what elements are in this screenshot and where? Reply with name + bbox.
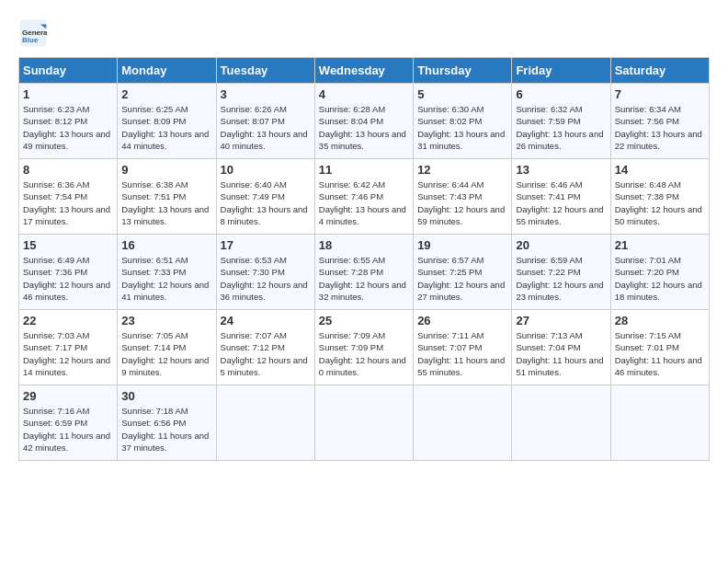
day-number: 2 (121, 87, 211, 101)
calendar-cell: 5Sunrise: 6:30 AMSunset: 8:02 PMDaylight… (414, 84, 512, 159)
calendar-cell: 7Sunrise: 6:34 AMSunset: 7:56 PMDaylight… (610, 84, 709, 159)
calendar-cell: 8Sunrise: 6:36 AMSunset: 7:54 PMDaylight… (19, 159, 118, 235)
calendar-cell: 6Sunrise: 6:32 AMSunset: 7:59 PMDaylight… (512, 84, 610, 159)
day-number: 12 (417, 163, 507, 177)
cell-content: Sunrise: 7:16 AMSunset: 6:59 PMDaylight:… (23, 405, 113, 454)
calendar-cell: 17Sunrise: 6:53 AMSunset: 7:30 PMDayligh… (216, 235, 314, 310)
calendar-cell: 15Sunrise: 6:49 AMSunset: 7:36 PMDayligh… (19, 235, 118, 310)
col-header-monday: Monday (118, 58, 216, 84)
day-number: 1 (23, 87, 113, 101)
day-number: 6 (516, 87, 606, 101)
svg-text:Blue: Blue (22, 36, 39, 44)
calendar-cell: 4Sunrise: 6:28 AMSunset: 8:04 PMDaylight… (314, 84, 413, 159)
cell-content: Sunrise: 6:34 AMSunset: 7:56 PMDaylight:… (615, 103, 705, 152)
cell-content: Sunrise: 6:30 AMSunset: 8:02 PMDaylight:… (417, 103, 507, 152)
calendar-cell (314, 385, 413, 461)
day-number: 14 (615, 163, 705, 177)
cell-content: Sunrise: 6:40 AMSunset: 7:49 PMDaylight:… (221, 178, 311, 227)
col-header-friday: Friday (512, 58, 610, 84)
calendar-cell: 30Sunrise: 7:18 AMSunset: 6:56 PMDayligh… (118, 385, 216, 461)
day-number: 21 (615, 238, 705, 252)
cell-content: Sunrise: 7:01 AMSunset: 7:20 PMDaylight:… (615, 254, 705, 303)
calendar-cell: 21Sunrise: 7:01 AMSunset: 7:20 PMDayligh… (610, 235, 709, 310)
calendar-cell: 13Sunrise: 6:46 AMSunset: 7:41 PMDayligh… (512, 159, 610, 235)
cell-content: Sunrise: 7:15 AMSunset: 7:01 PMDaylight:… (615, 329, 705, 378)
calendar-cell (216, 385, 314, 461)
day-number: 18 (319, 238, 409, 252)
day-number: 11 (319, 163, 409, 177)
day-number: 13 (516, 163, 606, 177)
day-number: 23 (121, 314, 211, 327)
col-header-tuesday: Tuesday (216, 58, 314, 84)
cell-content: Sunrise: 7:18 AMSunset: 6:56 PMDaylight:… (121, 405, 211, 454)
day-number: 5 (417, 87, 507, 101)
calendar-cell: 27Sunrise: 7:13 AMSunset: 7:04 PMDayligh… (512, 310, 610, 385)
day-number: 20 (516, 238, 606, 252)
calendar-cell: 20Sunrise: 6:59 AMSunset: 7:22 PMDayligh… (512, 235, 610, 310)
day-number: 17 (221, 238, 311, 252)
logo: General Blue (18, 18, 51, 48)
cell-content: Sunrise: 7:03 AMSunset: 7:17 PMDaylight:… (23, 329, 113, 378)
day-number: 24 (221, 314, 311, 327)
day-number: 26 (417, 314, 507, 327)
day-number: 19 (417, 238, 507, 252)
calendar-cell (512, 385, 610, 461)
day-number: 22 (23, 314, 113, 327)
calendar-cell: 3Sunrise: 6:26 AMSunset: 8:07 PMDaylight… (216, 84, 314, 159)
calendar-cell (414, 385, 512, 461)
day-number: 9 (121, 163, 211, 177)
day-number: 10 (221, 163, 311, 177)
calendar-cell: 2Sunrise: 6:25 AMSunset: 8:09 PMDaylight… (118, 84, 216, 159)
calendar-cell: 12Sunrise: 6:44 AMSunset: 7:43 PMDayligh… (414, 159, 512, 235)
day-number: 7 (615, 87, 705, 101)
cell-content: Sunrise: 6:48 AMSunset: 7:38 PMDaylight:… (615, 178, 705, 227)
calendar-cell: 10Sunrise: 6:40 AMSunset: 7:49 PMDayligh… (216, 159, 314, 235)
svg-text:General: General (22, 29, 48, 37)
col-header-thursday: Thursday (414, 58, 512, 84)
day-number: 15 (23, 238, 113, 252)
cell-content: Sunrise: 6:25 AMSunset: 8:09 PMDaylight:… (121, 103, 211, 152)
cell-content: Sunrise: 6:46 AMSunset: 7:41 PMDaylight:… (516, 178, 606, 227)
calendar-cell: 28Sunrise: 7:15 AMSunset: 7:01 PMDayligh… (610, 310, 709, 385)
cell-content: Sunrise: 7:11 AMSunset: 7:07 PMDaylight:… (417, 329, 507, 378)
calendar-cell: 29Sunrise: 7:16 AMSunset: 6:59 PMDayligh… (19, 385, 118, 461)
day-number: 4 (319, 87, 409, 101)
cell-content: Sunrise: 7:05 AMSunset: 7:14 PMDaylight:… (121, 329, 211, 378)
calendar-cell: 24Sunrise: 7:07 AMSunset: 7:12 PMDayligh… (216, 310, 314, 385)
cell-content: Sunrise: 6:32 AMSunset: 7:59 PMDaylight:… (516, 103, 606, 152)
col-header-sunday: Sunday (19, 58, 118, 84)
day-number: 30 (121, 389, 211, 403)
cell-content: Sunrise: 7:07 AMSunset: 7:12 PMDaylight:… (221, 329, 311, 378)
day-number: 3 (221, 87, 311, 101)
calendar-table: SundayMondayTuesdayWednesdayThursdayFrid… (18, 57, 710, 461)
calendar-cell (610, 385, 709, 461)
calendar-cell: 26Sunrise: 7:11 AMSunset: 7:07 PMDayligh… (414, 310, 512, 385)
cell-content: Sunrise: 6:55 AMSunset: 7:28 PMDaylight:… (319, 254, 409, 303)
cell-content: Sunrise: 6:36 AMSunset: 7:54 PMDaylight:… (23, 178, 113, 227)
day-number: 27 (516, 314, 606, 327)
col-header-saturday: Saturday (610, 58, 709, 84)
cell-content: Sunrise: 6:49 AMSunset: 7:36 PMDaylight:… (23, 254, 113, 303)
calendar-cell: 14Sunrise: 6:48 AMSunset: 7:38 PMDayligh… (610, 159, 709, 235)
cell-content: Sunrise: 6:42 AMSunset: 7:46 PMDaylight:… (319, 178, 409, 227)
calendar-cell: 9Sunrise: 6:38 AMSunset: 7:51 PMDaylight… (118, 159, 216, 235)
logo-icon: General Blue (18, 18, 48, 48)
calendar-cell: 25Sunrise: 7:09 AMSunset: 7:09 PMDayligh… (314, 310, 413, 385)
cell-content: Sunrise: 6:38 AMSunset: 7:51 PMDaylight:… (121, 178, 211, 227)
cell-content: Sunrise: 7:09 AMSunset: 7:09 PMDaylight:… (319, 329, 409, 378)
day-number: 28 (615, 314, 705, 327)
cell-content: Sunrise: 6:23 AMSunset: 8:12 PMDaylight:… (23, 103, 113, 152)
cell-content: Sunrise: 6:44 AMSunset: 7:43 PMDaylight:… (417, 178, 507, 227)
calendar-cell: 23Sunrise: 7:05 AMSunset: 7:14 PMDayligh… (118, 310, 216, 385)
calendar-cell: 16Sunrise: 6:51 AMSunset: 7:33 PMDayligh… (118, 235, 216, 310)
calendar-cell: 22Sunrise: 7:03 AMSunset: 7:17 PMDayligh… (19, 310, 118, 385)
page-header: General Blue (18, 18, 710, 48)
cell-content: Sunrise: 6:26 AMSunset: 8:07 PMDaylight:… (221, 103, 311, 152)
day-number: 16 (121, 238, 211, 252)
calendar-cell: 18Sunrise: 6:55 AMSunset: 7:28 PMDayligh… (314, 235, 413, 310)
day-number: 8 (23, 163, 113, 177)
cell-content: Sunrise: 6:59 AMSunset: 7:22 PMDaylight:… (516, 254, 606, 303)
day-number: 29 (23, 389, 113, 403)
col-header-wednesday: Wednesday (314, 58, 413, 84)
cell-content: Sunrise: 6:53 AMSunset: 7:30 PMDaylight:… (221, 254, 311, 303)
